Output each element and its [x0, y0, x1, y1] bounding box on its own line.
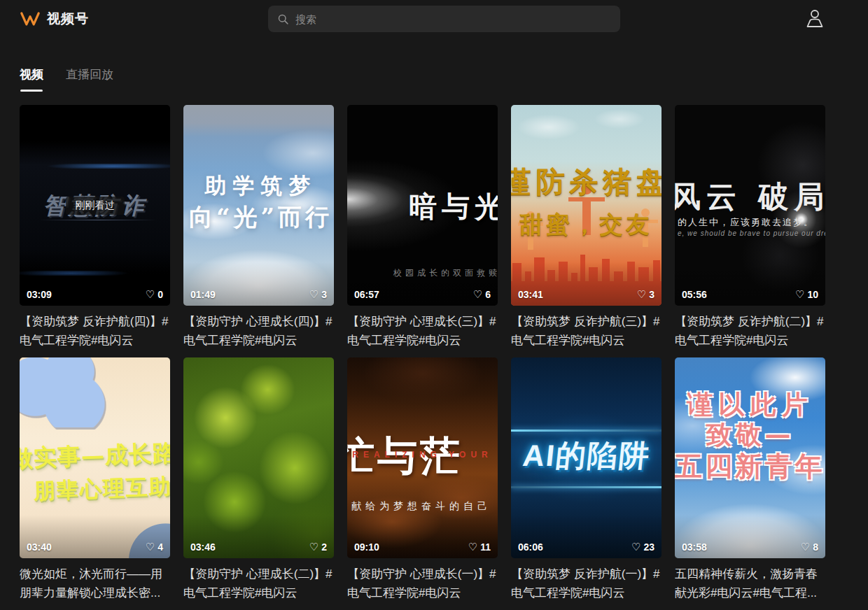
- content-tabs: 视频 直播回放: [20, 66, 113, 83]
- video-duration: 03:40: [27, 541, 52, 553]
- video-duration: 06:57: [354, 289, 379, 300]
- heart-icon: ♡: [146, 541, 155, 553]
- like-count: 3: [321, 289, 327, 300]
- thumb-overlay-text: 五四新青年: [675, 448, 825, 485]
- video-likes: ♡23: [631, 541, 654, 553]
- video-title[interactable]: 【资助守护 心理成长(二)】#电气工程学院#电闪云: [183, 565, 334, 602]
- city-skyline-figures-illustration: [511, 105, 662, 306]
- video-title[interactable]: 【资助筑梦 反诈护航(一)】#电气工程学院#电闪云: [511, 565, 662, 602]
- like-count: 6: [485, 289, 491, 300]
- like-count: 10: [807, 289, 818, 300]
- thumb-overlay-subtext: 献给为梦想奋斗的自己: [351, 500, 491, 513]
- person-icon: [804, 8, 826, 29]
- video-likes: ♡10: [795, 288, 818, 301]
- video-likes: ♡3: [637, 288, 654, 301]
- video-duration: 03:09: [27, 289, 52, 300]
- video-title[interactable]: 【资助守护 心理成长(四)】#电气工程学院#电闪云: [183, 312, 334, 350]
- video-title[interactable]: 【资助筑梦 反诈护航(四)】#电气工程学院#电闪云: [20, 312, 170, 350]
- video-card[interactable]: 风云 破局 的人生中，应该勇敢去追梦。 e, we should be brav…: [675, 105, 825, 350]
- video-title[interactable]: 【资助筑梦 反诈护航(三)】#电气工程学院#电闪云: [511, 312, 662, 350]
- wechat-channels-logo-icon: [20, 9, 41, 28]
- video-thumbnail[interactable]: AI的陷阱 06:06 ♡23: [511, 357, 662, 558]
- video-thumbnail[interactable]: 智慧防诈 刚刚看过 03:09 ♡0: [20, 105, 170, 306]
- profile-button[interactable]: [804, 8, 826, 29]
- video-title[interactable]: 微光如炬，沐光而行——用朋辈力量解锁心理成长密...: [20, 565, 170, 602]
- video-likes: ♡3: [309, 288, 327, 301]
- like-count: 11: [480, 541, 491, 553]
- search-input[interactable]: [295, 13, 611, 25]
- heart-icon: ♡: [146, 288, 155, 301]
- heart-icon: ♡: [309, 541, 318, 553]
- video-duration: 01:49: [190, 289, 216, 300]
- video-likes: ♡0: [146, 288, 163, 301]
- thumb-overlay-text: 甜蜜，交友: [520, 209, 653, 241]
- thumb-overlay-text: 向“光”而行: [183, 201, 334, 234]
- thumb-overlay-text: 风云 破局: [675, 177, 825, 218]
- thumb-overlay-text: 助学筑梦: [183, 171, 334, 201]
- video-duration: 03:41: [518, 289, 543, 300]
- video-title[interactable]: 五四精神传薪火，激扬青春献光彩#电闪云#电气工程...: [675, 565, 825, 602]
- video-card[interactable]: 谨防杀猪盘 甜蜜，交友 03:41 ♡3 【资助筑梦 反诈护航(三)】#电气工程…: [511, 105, 662, 350]
- video-likes: ♡11: [468, 541, 491, 553]
- video-duration: 06:06: [518, 541, 543, 553]
- video-grid: 智慧防诈 刚刚看过 03:09 ♡0 【资助筑梦 反诈护航(四)】#电气工程学院…: [20, 105, 825, 610]
- brand-name: 视频号: [47, 10, 89, 28]
- heart-icon: ♡: [801, 541, 810, 553]
- thumb-overlay-subtext: 校园成长的双面救赎: [393, 267, 498, 279]
- video-duration: 03:58: [682, 541, 707, 553]
- video-title[interactable]: 【资助筑梦 反诈护航(二)】#电气工程学院#电闪云: [675, 312, 825, 350]
- video-card[interactable]: 忙与茫 REALIZING YOUR 献给为梦想奋斗的自己 09:10 ♡11 …: [347, 357, 498, 602]
- video-card[interactable]: 助学筑梦 向“光”而行 01:49 ♡3 【资助守护 心理成长(四)】#电气工程…: [183, 105, 334, 350]
- video-card[interactable]: 暗与光 校园成长的双面救赎 06:57 ♡6 【资助守护 心理成长(三)】#电气…: [347, 105, 498, 350]
- video-card[interactable]: 智慧防诈 刚刚看过 03:09 ♡0 【资助筑梦 反诈护航(四)】#电气工程学院…: [20, 105, 170, 350]
- like-count: 2: [321, 541, 327, 553]
- heart-icon: ♡: [309, 288, 318, 301]
- video-duration: 05:56: [682, 289, 707, 300]
- heart-icon: ♡: [468, 541, 477, 553]
- thumb-overlay-text: 做实事—成长路上: [20, 437, 170, 474]
- like-count: 23: [643, 541, 654, 553]
- glow-line-decor: [511, 486, 662, 488]
- thumb-overlay-text: 暗与光: [409, 187, 498, 226]
- search-bar[interactable]: [268, 6, 620, 32]
- cloud-decor: [20, 357, 108, 427]
- thumb-overlay-subtext-en: e, we should be brave to pursue our drea…: [678, 229, 825, 237]
- video-thumbnail[interactable]: 暗与光 校园成长的双面救赎 06:57 ♡6: [347, 105, 498, 306]
- underline-decor: [39, 220, 157, 220]
- video-card[interactable]: AI的陷阱 06:06 ♡23 【资助筑梦 反诈护航(一)】#电气工程学院#电闪…: [511, 357, 662, 602]
- like-count: 4: [158, 541, 163, 553]
- thumb-overlay-subtext: 的人生中，应该勇敢去追梦。: [678, 216, 814, 229]
- video-likes: ♡4: [146, 541, 163, 553]
- like-count: 0: [158, 289, 163, 300]
- video-card[interactable]: 03:46 ♡2 【资助守护 心理成长(二)】#电气工程学院#电闪云: [183, 357, 334, 602]
- thumb-overlay-text-en: REALIZING YOUR: [347, 450, 498, 460]
- video-card[interactable]: 做实事—成长路上 朋辈心理互助项目 03:40 ♡4 微光如炬，沐光而行——用朋…: [20, 357, 170, 602]
- like-count: 8: [813, 541, 818, 553]
- tab-live-replay[interactable]: 直播回放: [66, 66, 113, 83]
- video-title[interactable]: 【资助守护 心理成长(一)】#电气工程学院#电闪云: [347, 565, 498, 602]
- thumb-overlay-text: 朋辈心理互助项目: [33, 471, 170, 506]
- video-thumbnail[interactable]: 谨防杀猪盘 甜蜜，交友 03:41 ♡3: [511, 105, 662, 306]
- heart-icon: ♡: [631, 541, 640, 553]
- thumb-overlay-text: AI的陷阱: [520, 435, 652, 476]
- video-likes: ♡2: [309, 541, 327, 553]
- blue-streak-decor: [20, 271, 170, 276]
- tab-videos[interactable]: 视频: [20, 66, 43, 83]
- video-title[interactable]: 【资助守护 心理成长(三)】#电气工程学院#电闪云: [347, 312, 498, 350]
- video-thumbnail[interactable]: 忙与茫 REALIZING YOUR 献给为梦想奋斗的自己 09:10 ♡11: [347, 357, 498, 558]
- thumb-overlay-text: 谨防杀猪盘: [511, 163, 662, 201]
- heart-icon: ♡: [473, 288, 482, 301]
- video-likes: ♡6: [473, 288, 491, 301]
- video-thumbnail[interactable]: 做实事—成长路上 朋辈心理互助项目 03:40 ♡4: [20, 357, 170, 558]
- video-thumbnail[interactable]: 谨以此片 致敬— 五四新青年 03:58 ♡8: [675, 357, 825, 558]
- just-watched-badge: 刚刚看过: [66, 197, 125, 215]
- video-card[interactable]: 谨以此片 致敬— 五四新青年 03:58 ♡8 五四精神传薪火，激扬青春献光彩#…: [675, 357, 825, 602]
- video-thumbnail[interactable]: 风云 破局 的人生中，应该勇敢去追梦。 e, we should be brav…: [675, 105, 825, 306]
- video-duration: 03:46: [190, 541, 216, 553]
- glow-line-decor: [511, 430, 662, 432]
- video-thumbnail[interactable]: 03:46 ♡2: [183, 357, 334, 558]
- search-icon: [277, 13, 289, 25]
- video-thumbnail[interactable]: 助学筑梦 向“光”而行 01:49 ♡3: [183, 105, 334, 306]
- heart-icon: ♡: [637, 288, 646, 301]
- video-duration: 09:10: [354, 541, 379, 553]
